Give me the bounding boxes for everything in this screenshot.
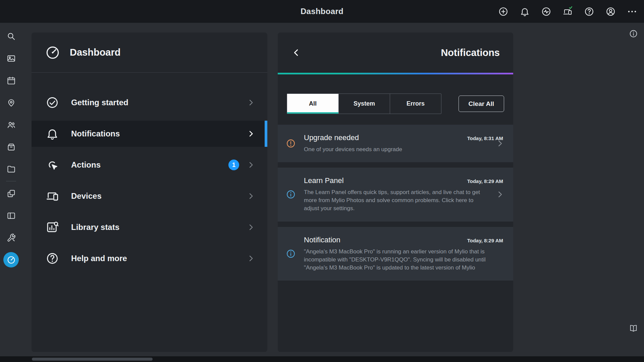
devices-sync-button[interactable]: [562, 6, 573, 17]
topbar: Dashboard: [0, 0, 644, 23]
horizontal-scrollbar[interactable]: [0, 356, 644, 362]
rail-copies-button[interactable]: [0, 182, 22, 204]
menu-item-library-stats[interactable]: Library stats: [32, 214, 267, 240]
menu-item-getting-started[interactable]: Getting started: [32, 89, 267, 116]
chevron-right-icon: [495, 190, 504, 199]
notification-title: Notification: [304, 236, 340, 244]
rail-calendar-button[interactable]: [0, 69, 22, 92]
tab-system[interactable]: System: [338, 94, 390, 114]
rail-divider: [6, 181, 16, 181]
plus-circle-icon: [498, 6, 508, 17]
scrollbar-thumb[interactable]: [32, 358, 153, 361]
menu-item-devices[interactable]: Devices: [32, 183, 267, 209]
notification-content: Upgrade needed Today, 8:31 AM One of you…: [304, 133, 503, 154]
map-pin-icon: [7, 98, 16, 107]
notifications-panel-header: Notifications: [278, 33, 513, 73]
tools-icon: [7, 233, 16, 242]
notification-body: The Learn Panel offers quick tips, suppo…: [304, 188, 490, 213]
right-rail: [623, 23, 644, 356]
notification-body: One of your devices needs an upgrade: [304, 145, 490, 154]
notification-body: "Angela's M3 MacBook Pro" is running an …: [304, 248, 490, 272]
menu-item-notifications[interactable]: Notifications: [32, 121, 267, 147]
people-icon: [7, 120, 16, 129]
notification-item-upgrade-needed[interactable]: Upgrade needed Today, 8:31 AM One of you…: [278, 125, 513, 162]
copies-icon: [7, 189, 16, 198]
menu-item-label: Devices: [71, 191, 102, 201]
split-panel-icon: [7, 211, 16, 220]
notifications-panel: Notifications All System Errors Clear Al…: [278, 33, 513, 352]
notification-title: Learn Panel: [304, 176, 344, 185]
notification-filter-tabs: All System Errors: [287, 94, 441, 114]
devices-synced-icon: [562, 6, 573, 17]
notification-item-learn-panel[interactable]: Learn Panel Today, 8:29 AM The Learn Pan…: [278, 168, 513, 221]
menu-item-label: Notifications: [71, 129, 120, 138]
ellipsis-icon: [627, 6, 637, 17]
chevron-right-icon: [247, 192, 255, 200]
devices-icon: [46, 189, 59, 203]
bar-chart-icon: [46, 221, 59, 234]
rail-tools-button[interactable]: [0, 227, 22, 249]
dashboard-gauge-icon: [7, 255, 16, 264]
person-circle-icon: [605, 6, 616, 17]
rail-people-button[interactable]: [0, 114, 22, 136]
import-box-icon: [7, 142, 16, 152]
notifications-button[interactable]: [520, 6, 530, 17]
add-button[interactable]: [498, 6, 508, 17]
chevron-right-icon: [247, 161, 255, 169]
content-area: Dashboard Getting started Notifications: [0, 23, 644, 356]
main-area: Dashboard Getting started Notifications: [22, 23, 623, 356]
warning-icon: [286, 138, 296, 148]
info-icon: [286, 189, 296, 199]
rail-import-button[interactable]: [0, 136, 22, 158]
bell-icon: [520, 6, 530, 17]
rail-folders-button[interactable]: [0, 158, 22, 180]
app-window: Dashboard: [0, 0, 644, 362]
activity-button[interactable]: [541, 6, 551, 17]
rail-search-button[interactable]: [0, 25, 22, 47]
info-button[interactable]: [629, 29, 638, 38]
account-button[interactable]: [605, 6, 616, 17]
chevron-right-icon: [495, 139, 504, 148]
notification-item-version-incompatible[interactable]: Notification Today, 8:29 AM "Angela's M3…: [278, 227, 513, 281]
topbar-icon-group: [498, 0, 637, 23]
menu-item-label: Actions: [71, 160, 101, 170]
notification-time: Today, 8:29 AM: [467, 238, 503, 243]
clear-all-button[interactable]: Clear All: [459, 96, 504, 112]
dashboard-panel: Dashboard Getting started Notifications: [32, 33, 267, 352]
chevron-right-icon: [247, 98, 255, 107]
info-circle-icon: [629, 29, 638, 38]
help-button[interactable]: [584, 6, 594, 17]
rail-photos-button[interactable]: [0, 47, 22, 69]
bell-icon: [46, 127, 59, 140]
tab-all[interactable]: All: [287, 94, 338, 114]
dashboard-panel-header: Dashboard: [32, 33, 267, 73]
menu-item-label: Library stats: [71, 223, 119, 232]
left-rail: [0, 23, 22, 356]
dashboard-menu: Getting started Notifications Actions 1: [32, 73, 267, 272]
rail-dashboard-button[interactable]: [0, 249, 22, 271]
chevron-right-icon: [247, 223, 255, 232]
question-circle-icon: [46, 252, 59, 265]
notification-content: Notification Today, 8:29 AM "Angela's M3…: [304, 236, 503, 272]
calendar-icon: [7, 76, 16, 85]
activity-pulse-icon: [541, 6, 551, 17]
menu-item-label: Getting started: [71, 98, 128, 107]
reader-button[interactable]: [629, 324, 638, 333]
notification-title: Upgrade needed: [304, 133, 359, 142]
menu-item-actions[interactable]: Actions 1: [32, 152, 267, 178]
accent-gradient-bar: [278, 73, 513, 74]
chevron-right-icon: [247, 254, 255, 263]
notification-content: Learn Panel Today, 8:29 AM The Learn Pan…: [304, 176, 503, 213]
dashboard-gauge-icon: [45, 45, 60, 60]
notifications-toolbar: All System Errors Clear All: [278, 94, 513, 114]
rail-places-button[interactable]: [0, 92, 22, 114]
rail-layout-button[interactable]: [0, 204, 22, 227]
more-menu-button[interactable]: [627, 6, 637, 17]
active-rail-highlight: [3, 252, 19, 267]
page-title: Dashboard: [301, 7, 343, 16]
menu-item-help-and-more[interactable]: Help and more: [32, 245, 267, 272]
back-button[interactable]: [291, 48, 301, 58]
notifications-panel-title: Notifications: [441, 47, 500, 58]
chevron-left-icon: [291, 48, 301, 58]
tab-errors[interactable]: Errors: [390, 94, 441, 114]
